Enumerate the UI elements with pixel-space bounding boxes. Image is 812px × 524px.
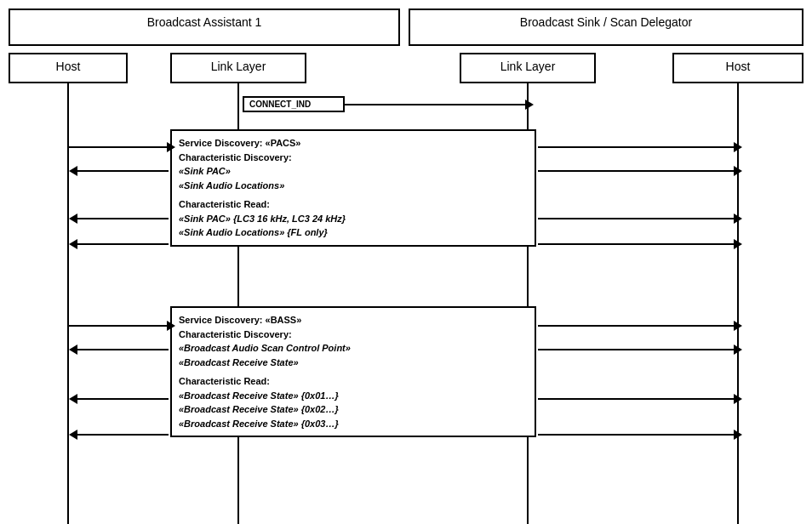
bass-line8: «Broadcast Receive State» {0x02…} bbox=[179, 402, 528, 417]
arrow-bass-to-hr-4 bbox=[538, 434, 735, 436]
pacs-line3: «Sink PAC» bbox=[179, 164, 528, 179]
bass-line1: Service Discovery: «BASS» bbox=[179, 313, 528, 328]
bass-line3: «Broadcast Audio Scan Control Point» bbox=[179, 341, 528, 356]
bass-line9: «Broadcast Receive State» {0x03…} bbox=[179, 417, 528, 431]
pacs-line1: Service Discovery: «PACS» bbox=[179, 136, 528, 151]
arrow-pacs-to-hr-1 bbox=[538, 146, 735, 148]
pacs-line6: Characteristic Read: bbox=[179, 197, 528, 212]
bass-line2: Characteristic Discovery: bbox=[179, 328, 528, 342]
arrow-pacs-to-hr-3 bbox=[538, 218, 735, 219]
arrow-bass-to-hl-3 bbox=[76, 398, 169, 400]
pacs-info-box: Service Discovery: «PACS» Characteristic… bbox=[170, 129, 536, 247]
host-right-box: Host bbox=[672, 53, 803, 83]
arrow-bass-to-hr-2 bbox=[538, 349, 735, 350]
arrow-bass-to-hl-4 bbox=[76, 434, 169, 436]
link-layer-right-label: Link Layer bbox=[500, 60, 556, 73]
arrow-pacs-to-hl-4 bbox=[76, 243, 169, 245]
sequence-diagram: Broadcast Assistant 1 Broadcast Sink / S… bbox=[0, 0, 812, 524]
broadcast-sink-label: Broadcast Sink / Scan Delegator bbox=[520, 15, 692, 29]
pacs-line2: Characteristic Discovery: bbox=[179, 151, 528, 165]
broadcast-sink-box: Broadcast Sink / Scan Delegator bbox=[409, 9, 803, 46]
bass-line7: «Broadcast Receive State» {0x01…} bbox=[179, 389, 528, 403]
arrow-host-to-pacs-1 bbox=[69, 146, 169, 148]
link-layer-right-box: Link Layer bbox=[460, 53, 596, 83]
host-right-label: Host bbox=[726, 60, 751, 73]
pacs-line7: «Sink PAC» {LC3 16 kHz, LC3 24 kHz} bbox=[179, 212, 528, 226]
pacs-line4: «Sink Audio Locations» bbox=[179, 179, 528, 193]
host-left-box: Host bbox=[9, 53, 128, 83]
arrow-bass-to-hr-1 bbox=[538, 325, 735, 327]
arrow-bass-to-hr-3 bbox=[538, 398, 735, 400]
bass-line4: «Broadcast Receive State» bbox=[179, 356, 528, 370]
arrow-pacs-to-hl-3 bbox=[76, 218, 169, 219]
arrow-pacs-to-hl-2 bbox=[76, 170, 169, 172]
vline-host-left bbox=[67, 83, 69, 524]
link-layer-left-label: Link Layer bbox=[211, 60, 266, 73]
link-layer-left-box: Link Layer bbox=[170, 53, 306, 83]
pacs-line8: «Sink Audio Locations» {FL only} bbox=[179, 225, 528, 240]
arrow-pacs-to-hr-4 bbox=[538, 243, 735, 245]
connect-ind-arrow bbox=[345, 104, 527, 105]
broadcast-assistant-box: Broadcast Assistant 1 bbox=[9, 9, 400, 46]
arrow-host-to-bass-1 bbox=[69, 325, 169, 327]
arrow-bass-to-hl-2 bbox=[76, 349, 169, 350]
connect-ind-box: CONNECT_IND bbox=[243, 96, 345, 112]
arrow-pacs-to-hr-2 bbox=[538, 170, 735, 172]
bass-info-box: Service Discovery: «BASS» Characteristic… bbox=[170, 306, 536, 437]
connect-ind-label: CONNECT_IND bbox=[249, 100, 311, 109]
bass-line6: Characteristic Read: bbox=[179, 374, 528, 389]
host-left-label: Host bbox=[56, 60, 81, 73]
broadcast-assistant-label: Broadcast Assistant 1 bbox=[147, 15, 262, 29]
